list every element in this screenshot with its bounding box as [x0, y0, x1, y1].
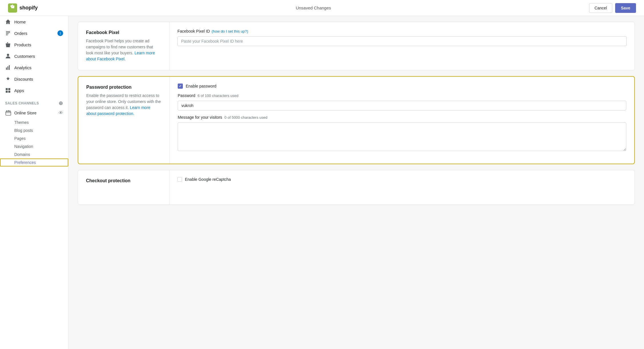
sidebar-item-orders[interactable]: Orders 1 [0, 27, 68, 39]
svg-point-1 [7, 54, 9, 56]
checkout-protection-right: Enable Google reCaptcha [169, 170, 635, 205]
facebook-pixel-inner: Facebook Pixel Facebook Pixel helps you … [78, 22, 635, 70]
enable-password-checkbox[interactable] [178, 84, 183, 89]
apps-icon [5, 88, 11, 93]
facebook-pixel-right: Facebook Pixel ID (how do I set this up?… [169, 22, 635, 70]
sidebar-item-label: Analytics [14, 65, 31, 70]
enable-password-label: Enable password [186, 84, 216, 88]
svg-rect-11 [8, 110, 9, 112]
facebook-pixel-desc: Facebook Pixel helps you create ad campa… [86, 38, 161, 62]
online-store-item[interactable]: Online Store 👁 [0, 108, 68, 118]
message-textarea[interactable] [178, 122, 626, 151]
facebook-pixel-id-field: Facebook Pixel ID (how do I set this up?… [177, 29, 627, 46]
facebook-pixel-section: Facebook Pixel Facebook Pixel helps you … [78, 22, 635, 70]
message-chars-used: 0 of 5000 characters used [225, 115, 267, 120]
sidebar-sub-blog-posts[interactable]: Blog posts [0, 126, 68, 134]
content-area: Facebook Pixel Facebook Pixel helps you … [69, 16, 644, 349]
message-label-row: Message for your visitors 0 of 5000 char… [178, 115, 626, 121]
sidebar-item-label: Orders [14, 31, 27, 36]
sidebar-item-home[interactable]: Home [0, 16, 68, 27]
unsaved-changes-label: Unsaved Changes [296, 5, 331, 10]
facebook-pixel-field-label: Facebook Pixel ID [177, 29, 210, 33]
message-label: Message for your visitors [178, 115, 222, 120]
sidebar-item-analytics[interactable]: Analytics [0, 62, 68, 73]
password-protection-left: Password protection Enable the password … [78, 77, 170, 164]
password-label-row: Password 6 of 100 characters used [178, 93, 626, 99]
svg-rect-6 [8, 88, 10, 90]
products-icon [5, 42, 11, 47]
checkout-protection-left: Checkout protection [78, 170, 169, 205]
shopify-logo-icon [8, 3, 17, 13]
message-field: Message for your visitors 0 of 5000 char… [178, 115, 626, 152]
enable-password-row: Enable password [178, 84, 626, 89]
topbar: shopify Unsaved Changes Cancel Save [0, 0, 644, 16]
sidebar-item-label: Apps [14, 88, 24, 93]
add-channel-icon[interactable]: ⊕ [59, 100, 63, 106]
eye-icon[interactable]: 👁 [59, 110, 63, 116]
orders-icon [5, 30, 11, 36]
sidebar-item-products[interactable]: Products [0, 39, 68, 50]
main-layout: Home Orders 1 Products Customers Analyti… [0, 16, 644, 349]
sidebar-item-label: Discounts [14, 77, 33, 82]
svg-rect-8 [8, 91, 10, 93]
sidebar-sub-navigation[interactable]: Navigation [0, 142, 68, 150]
sidebar-item-apps[interactable]: Apps [0, 85, 68, 96]
svg-rect-10 [6, 110, 7, 112]
svg-rect-7 [6, 91, 8, 93]
customers-icon [5, 53, 11, 59]
svg-rect-12 [9, 110, 10, 112]
svg-rect-3 [7, 66, 8, 70]
home-icon [5, 19, 11, 25]
sidebar-sub-preferences[interactable]: Preferences [0, 158, 68, 166]
facebook-pixel-left: Facebook Pixel Facebook Pixel helps you … [78, 22, 169, 70]
sidebar-item-discounts[interactable]: Discounts [0, 73, 68, 85]
cancel-button[interactable]: Cancel [589, 3, 613, 13]
recaptcha-row: Enable Google reCaptcha [177, 177, 627, 182]
sidebar-item-label: Products [14, 42, 31, 47]
sidebar-sub-themes[interactable]: Themes [0, 118, 68, 126]
password-protection-desc: Enable the password to restrict access t… [86, 93, 161, 117]
sidebar-sub-pages[interactable]: Pages [0, 134, 68, 142]
facebook-pixel-id-input[interactable] [177, 36, 627, 46]
facebook-pixel-title: Facebook Pixel [86, 30, 161, 35]
sidebar-item-label: Customers [14, 54, 35, 59]
checkout-protection-inner: Checkout protection Enable Google reCapt… [78, 170, 635, 205]
sidebar-sub-domains[interactable]: Domains [0, 150, 68, 158]
topbar-actions: Cancel Save [589, 3, 636, 13]
online-store-label: Online Store [14, 111, 37, 115]
checkout-protection-title: Checkout protection [86, 178, 161, 183]
password-protection-section: Password protection Enable the password … [78, 76, 635, 164]
password-input[interactable] [178, 101, 626, 110]
svg-rect-5 [6, 88, 8, 90]
recaptcha-label: Enable Google reCaptcha [185, 177, 231, 182]
sidebar: Home Orders 1 Products Customers Analyti… [0, 16, 69, 349]
password-chars-used: 6 of 100 characters used [197, 94, 238, 98]
recaptcha-checkbox[interactable] [177, 177, 182, 182]
orders-badge: 1 [57, 30, 63, 36]
logo: shopify [8, 3, 38, 13]
password-protection-title: Password protection [86, 85, 161, 90]
password-field: Password 6 of 100 characters used [178, 93, 626, 110]
sales-channels-label: SALES CHANNELS [5, 101, 39, 105]
discounts-icon [5, 76, 11, 82]
sales-channels-section: SALES CHANNELS ⊕ [0, 96, 68, 108]
sidebar-item-label: Home [14, 19, 26, 24]
password-protection-right: Enable password Password 6 of 100 charac… [170, 77, 634, 164]
password-label: Password [178, 93, 195, 98]
svg-rect-4 [9, 65, 10, 70]
svg-rect-9 [6, 112, 11, 115]
logo-text: shopify [19, 5, 38, 11]
save-button[interactable]: Save [615, 3, 636, 13]
password-protection-inner: Password protection Enable the password … [78, 77, 634, 164]
sidebar-item-customers[interactable]: Customers [0, 50, 68, 62]
facebook-pixel-label-row: Facebook Pixel ID (how do I set this up?… [177, 29, 627, 35]
analytics-icon [5, 65, 11, 70]
svg-rect-2 [6, 68, 7, 70]
facebook-pixel-setup-link[interactable]: (how do I set this up?) [212, 29, 248, 33]
checkout-protection-section: Checkout protection Enable Google reCapt… [78, 170, 635, 205]
online-store-icon [5, 110, 11, 116]
